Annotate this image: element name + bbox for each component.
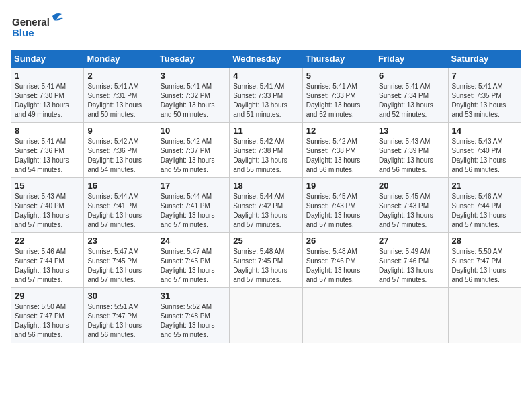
day-info: Sunrise: 5:41 AMSunset: 7:31 PMDaylight:… [87,82,152,120]
calendar-day-cell: 14Sunrise: 5:43 AMSunset: 7:40 PMDayligh… [448,123,521,178]
day-number: 16 [87,181,152,191]
weekday-header-wednesday: Wednesday [230,50,302,68]
calendar-day-cell: 30Sunrise: 5:51 AMSunset: 7:47 PMDayligh… [84,288,157,343]
calendar-day-cell: 19Sunrise: 5:45 AMSunset: 7:43 PMDayligh… [302,178,375,233]
day-number: 10 [161,126,226,136]
day-info: Sunrise: 5:42 AMSunset: 7:37 PMDaylight:… [161,137,226,175]
day-number: 6 [379,71,444,81]
day-info: Sunrise: 5:49 AMSunset: 7:46 PMDaylight:… [379,247,444,285]
calendar-day-cell: 5Sunrise: 5:41 AMSunset: 7:33 PMDaylight… [302,68,375,123]
calendar-day-cell [230,288,302,343]
calendar-day-cell: 17Sunrise: 5:44 AMSunset: 7:41 PMDayligh… [157,178,229,233]
calendar-day-cell: 12Sunrise: 5:42 AMSunset: 7:38 PMDayligh… [302,123,375,178]
day-number: 23 [87,236,152,246]
day-number: 31 [161,291,226,301]
calendar-day-cell: 31Sunrise: 5:52 AMSunset: 7:48 PMDayligh… [157,288,229,343]
day-info: Sunrise: 5:48 AMSunset: 7:46 PMDaylight:… [306,247,371,285]
weekday-header-thursday: Thursday [302,50,375,68]
calendar-day-cell: 10Sunrise: 5:42 AMSunset: 7:37 PMDayligh… [157,123,229,178]
calendar-day-cell [302,288,375,343]
logo: General Blue [11,11,64,44]
day-number: 8 [15,126,80,136]
day-info: Sunrise: 5:52 AMSunset: 7:48 PMDaylight:… [161,302,226,340]
calendar-day-cell: 2Sunrise: 5:41 AMSunset: 7:31 PMDaylight… [84,68,157,123]
calendar-day-cell [375,288,448,343]
day-info: Sunrise: 5:43 AMSunset: 7:39 PMDaylight:… [379,137,444,175]
calendar-week-3: 15Sunrise: 5:43 AMSunset: 7:40 PMDayligh… [11,178,521,233]
day-number: 30 [87,291,152,301]
calendar-day-cell: 7Sunrise: 5:41 AMSunset: 7:35 PMDaylight… [448,68,521,123]
calendar-week-1: 1Sunrise: 5:41 AMSunset: 7:30 PMDaylight… [11,68,521,123]
day-info: Sunrise: 5:44 AMSunset: 7:42 PMDaylight:… [233,192,298,230]
calendar-day-cell: 6Sunrise: 5:41 AMSunset: 7:34 PMDaylight… [375,68,448,123]
day-info: Sunrise: 5:45 AMSunset: 7:43 PMDaylight:… [306,192,371,230]
calendar-day-cell: 23Sunrise: 5:47 AMSunset: 7:45 PMDayligh… [84,233,157,288]
day-number: 7 [452,71,517,81]
day-number: 9 [87,126,152,136]
day-number: 17 [161,181,226,191]
day-number: 4 [233,71,298,81]
weekday-header-friday: Friday [375,50,448,68]
calendar-day-cell: 29Sunrise: 5:50 AMSunset: 7:47 PMDayligh… [11,288,84,343]
calendar-day-cell: 16Sunrise: 5:44 AMSunset: 7:41 PMDayligh… [84,178,157,233]
calendar-week-5: 29Sunrise: 5:50 AMSunset: 7:47 PMDayligh… [11,288,521,343]
day-number: 28 [452,236,517,246]
day-number: 15 [15,181,80,191]
day-number: 2 [87,71,152,81]
day-info: Sunrise: 5:42 AMSunset: 7:38 PMDaylight:… [306,137,371,175]
day-info: Sunrise: 5:43 AMSunset: 7:40 PMDaylight:… [452,137,517,175]
calendar-day-cell: 3Sunrise: 5:41 AMSunset: 7:32 PMDaylight… [157,68,229,123]
calendar-day-cell: 1Sunrise: 5:41 AMSunset: 7:30 PMDaylight… [11,68,84,123]
day-info: Sunrise: 5:43 AMSunset: 7:40 PMDaylight:… [15,192,80,230]
day-number: 11 [233,126,298,136]
day-number: 12 [306,126,371,136]
day-info: Sunrise: 5:41 AMSunset: 7:35 PMDaylight:… [452,82,517,120]
day-info: Sunrise: 5:50 AMSunset: 7:47 PMDaylight:… [15,302,80,340]
day-info: Sunrise: 5:46 AMSunset: 7:44 PMDaylight:… [15,247,80,285]
svg-text:Blue: Blue [12,27,34,38]
calendar-day-cell: 11Sunrise: 5:42 AMSunset: 7:38 PMDayligh… [230,123,302,178]
day-number: 19 [306,181,371,191]
day-number: 24 [161,236,226,246]
day-number: 26 [306,236,371,246]
svg-text:General: General [12,16,50,28]
day-info: Sunrise: 5:45 AMSunset: 7:43 PMDaylight:… [379,192,444,230]
calendar-day-cell: 18Sunrise: 5:44 AMSunset: 7:42 PMDayligh… [230,178,302,233]
day-number: 14 [452,126,517,136]
calendar-week-4: 22Sunrise: 5:46 AMSunset: 7:44 PMDayligh… [11,233,521,288]
day-info: Sunrise: 5:48 AMSunset: 7:45 PMDaylight:… [233,247,298,285]
calendar-day-cell: 27Sunrise: 5:49 AMSunset: 7:46 PMDayligh… [375,233,448,288]
day-number: 21 [452,181,517,191]
day-number: 18 [233,181,298,191]
calendar-day-cell: 13Sunrise: 5:43 AMSunset: 7:39 PMDayligh… [375,123,448,178]
calendar-day-cell: 24Sunrise: 5:47 AMSunset: 7:45 PMDayligh… [157,233,229,288]
day-info: Sunrise: 5:41 AMSunset: 7:36 PMDaylight:… [15,137,80,175]
day-number: 25 [233,236,298,246]
day-info: Sunrise: 5:47 AMSunset: 7:45 PMDaylight:… [87,247,152,285]
day-info: Sunrise: 5:41 AMSunset: 7:33 PMDaylight:… [306,82,371,120]
page-header: General Blue [11,11,521,44]
day-number: 27 [379,236,444,246]
calendar-day-cell: 20Sunrise: 5:45 AMSunset: 7:43 PMDayligh… [375,178,448,233]
day-number: 3 [161,71,226,81]
calendar-day-cell: 15Sunrise: 5:43 AMSunset: 7:40 PMDayligh… [11,178,84,233]
day-number: 20 [379,181,444,191]
calendar-day-cell: 4Sunrise: 5:41 AMSunset: 7:33 PMDaylight… [230,68,302,123]
day-info: Sunrise: 5:50 AMSunset: 7:47 PMDaylight:… [452,247,517,285]
calendar-day-cell: 8Sunrise: 5:41 AMSunset: 7:36 PMDaylight… [11,123,84,178]
day-info: Sunrise: 5:44 AMSunset: 7:41 PMDaylight:… [161,192,226,230]
day-info: Sunrise: 5:41 AMSunset: 7:32 PMDaylight:… [161,82,226,120]
calendar-day-cell: 9Sunrise: 5:42 AMSunset: 7:36 PMDaylight… [84,123,157,178]
calendar-body: 1Sunrise: 5:41 AMSunset: 7:30 PMDaylight… [11,68,521,343]
calendar-week-2: 8Sunrise: 5:41 AMSunset: 7:36 PMDaylight… [11,123,521,178]
calendar-table: SundayMondayTuesdayWednesdayThursdayFrid… [11,50,521,343]
calendar-day-cell: 25Sunrise: 5:48 AMSunset: 7:45 PMDayligh… [230,233,302,288]
weekday-header-sunday: Sunday [11,50,84,68]
calendar-day-cell: 21Sunrise: 5:46 AMSunset: 7:44 PMDayligh… [448,178,521,233]
day-info: Sunrise: 5:42 AMSunset: 7:36 PMDaylight:… [87,137,152,175]
day-info: Sunrise: 5:41 AMSunset: 7:34 PMDaylight:… [379,82,444,120]
weekday-header-row: SundayMondayTuesdayWednesdayThursdayFrid… [11,50,521,68]
calendar-day-cell: 22Sunrise: 5:46 AMSunset: 7:44 PMDayligh… [11,233,84,288]
weekday-header-monday: Monday [84,50,157,68]
day-info: Sunrise: 5:41 AMSunset: 7:33 PMDaylight:… [233,82,298,120]
